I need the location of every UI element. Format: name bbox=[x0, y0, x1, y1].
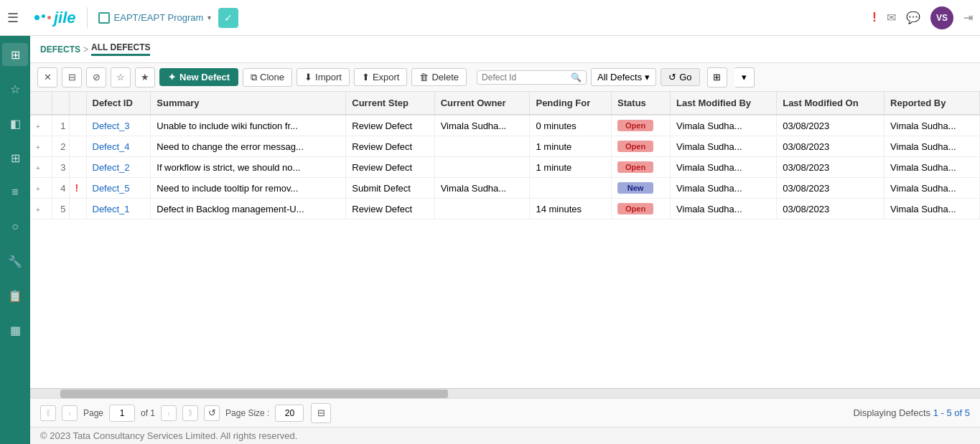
table-row: + 4 ! Defect_5 Need to include tooltip f… bbox=[30, 178, 980, 199]
row-last-modified-by: Vimala Sudha... bbox=[671, 136, 777, 157]
horizontal-scrollbar[interactable] bbox=[30, 388, 980, 398]
row-expand-cell[interactable]: + bbox=[30, 178, 52, 199]
clear-filter-btn[interactable]: ✕ bbox=[37, 67, 57, 88]
top-header: ☰ jile EAPT/EAPT Program ▾ ✓ ! ✉ 💬 VS ⇥ bbox=[0, 0, 980, 36]
alert-icon[interactable]: ! bbox=[872, 10, 877, 25]
breadcrumb-current[interactable]: ALL DEFECTS bbox=[91, 42, 150, 56]
col-summary[interactable]: Summary bbox=[151, 92, 346, 115]
program-selector[interactable]: EAPT/EAPT Program ▾ bbox=[98, 12, 212, 24]
sidebar-wrench-icon[interactable]: 🔧 bbox=[2, 250, 28, 273]
row-pending-for: 1 minute bbox=[530, 136, 612, 157]
new-defect-button[interactable]: ✦ New Defect bbox=[159, 68, 238, 86]
checkmark-button[interactable]: ✓ bbox=[218, 8, 238, 28]
logout-icon[interactable]: ⇥ bbox=[963, 11, 973, 24]
col-last-modified-on[interactable]: Last Modified On bbox=[777, 92, 885, 115]
col-current-step[interactable]: Current Step bbox=[346, 92, 434, 115]
row-summary: Need to change the error messag... bbox=[151, 136, 346, 157]
pagination-range[interactable]: 1 - 5 of 5 bbox=[933, 407, 970, 418]
export-label: Export bbox=[373, 72, 400, 82]
row-defect-id[interactable]: Defect_3 bbox=[86, 115, 151, 136]
col-last-modified-by[interactable]: Last Modified By bbox=[671, 92, 777, 115]
notification-icon[interactable]: ✉ bbox=[887, 11, 896, 24]
defect-link[interactable]: Defect_1 bbox=[93, 204, 130, 214]
filter-btn[interactable]: ⊟ bbox=[62, 67, 82, 88]
table-body: + 1 Defect_3 Unable to include wiki func… bbox=[30, 115, 980, 219]
go-button[interactable]: ↺ Go bbox=[661, 68, 699, 86]
program-chevron: ▾ bbox=[207, 14, 211, 22]
copyright-text: © 2023 Tata Consultancy Services Limited… bbox=[40, 430, 297, 441]
row-expand-cell[interactable]: + bbox=[30, 115, 52, 136]
row-expand-cell[interactable]: + bbox=[30, 157, 52, 178]
row-defect-id[interactable]: Defect_2 bbox=[86, 157, 151, 178]
expand-icon[interactable]: + bbox=[36, 123, 40, 131]
new-defect-icon: ✦ bbox=[168, 72, 176, 82]
col-defect-id[interactable]: Defect ID bbox=[86, 92, 151, 115]
grid-view-button[interactable]: ⊞ bbox=[707, 67, 727, 88]
defect-link[interactable]: Defect_4 bbox=[93, 141, 130, 152]
defect-link[interactable]: Defect_5 bbox=[93, 183, 130, 194]
page-input[interactable] bbox=[109, 405, 135, 422]
delete-button[interactable]: 🗑 Delete bbox=[411, 68, 467, 86]
new-defect-label: New Defect bbox=[179, 72, 230, 82]
defect-link[interactable]: Defect_3 bbox=[93, 121, 130, 131]
defect-link[interactable]: Defect_2 bbox=[93, 162, 130, 173]
priority-icon: ! bbox=[75, 182, 79, 194]
sidebar-star-icon[interactable]: ☆ bbox=[2, 77, 28, 100]
pagination-display-info: Displaying Defects 1 - 5 of 5 bbox=[853, 407, 970, 418]
row-expand-cell[interactable]: + bbox=[30, 199, 52, 219]
expand-icon[interactable]: + bbox=[36, 206, 40, 214]
row-expand-cell[interactable]: + bbox=[30, 136, 52, 157]
clone-button[interactable]: ⧉ Clone bbox=[243, 68, 292, 87]
pagination-bar: ⟪ ‹ Page of 1 › ⟫ ↺ Page Size : ⊟ Displa… bbox=[30, 398, 980, 427]
sidebar-search-icon[interactable]: ○ bbox=[2, 215, 28, 238]
row-reported-by: Vimala Sudha... bbox=[885, 136, 980, 157]
breadcrumb-parent[interactable]: DEFECTS bbox=[40, 44, 80, 55]
star-btn[interactable]: ☆ bbox=[111, 67, 131, 88]
expand-icon[interactable]: + bbox=[36, 185, 40, 193]
sidebar-home-icon[interactable]: ⊞ bbox=[2, 43, 28, 66]
expand-icon[interactable]: + bbox=[36, 143, 40, 151]
first-page-button[interactable]: ⟪ bbox=[40, 405, 56, 421]
col-reported-by[interactable]: Reported By bbox=[885, 92, 980, 115]
filter-page-btn[interactable]: ⊟ bbox=[311, 403, 331, 423]
sidebar-grid-icon[interactable]: ⊞ bbox=[2, 146, 28, 169]
row-current-step: Review Defect bbox=[346, 115, 434, 136]
sidebar-chart-icon[interactable]: ▦ bbox=[2, 318, 28, 341]
export-button[interactable]: ⬆ Export bbox=[354, 68, 408, 86]
advanced-filter-btn[interactable]: ⊘ bbox=[86, 67, 106, 88]
prev-page-button[interactable]: ‹ bbox=[62, 405, 78, 421]
row-priority-cell bbox=[69, 136, 86, 157]
col-current-owner[interactable]: Current Owner bbox=[434, 92, 530, 115]
page-size-input[interactable] bbox=[275, 405, 304, 422]
row-reported-by: Vimala Sudha... bbox=[885, 199, 980, 219]
import-button[interactable]: ⬇ Import bbox=[297, 68, 350, 86]
row-last-modified-by: Vimala Sudha... bbox=[671, 199, 777, 219]
scroll-thumb[interactable] bbox=[60, 389, 448, 398]
fav-btn[interactable]: ★ bbox=[135, 67, 155, 88]
breadcrumb-separator: > bbox=[83, 44, 88, 55]
chat-icon[interactable]: 💬 bbox=[906, 11, 920, 24]
col-status[interactable]: Status bbox=[612, 92, 671, 115]
sidebar-doc-icon[interactable]: 📋 bbox=[2, 284, 28, 307]
of-label: of 1 bbox=[141, 408, 155, 418]
col-pending-for[interactable]: Pending For bbox=[530, 92, 612, 115]
next-page-button[interactable]: › bbox=[161, 405, 177, 421]
page-size-label: Page Size : bbox=[225, 408, 269, 418]
row-defect-id[interactable]: Defect_1 bbox=[86, 199, 151, 219]
more-options-button[interactable]: ▾ bbox=[734, 67, 755, 88]
search-input[interactable] bbox=[482, 72, 568, 82]
last-page-button[interactable]: ⟫ bbox=[182, 405, 198, 421]
expand-icon[interactable]: + bbox=[36, 164, 40, 172]
avatar[interactable]: VS bbox=[930, 6, 953, 29]
refresh-button[interactable]: ↺ bbox=[204, 405, 220, 421]
hamburger-button[interactable]: ☰ bbox=[7, 10, 27, 26]
filter-dropdown-arrow: ▾ bbox=[645, 72, 650, 82]
sidebar-layers-icon[interactable]: ≡ bbox=[2, 181, 28, 204]
row-defect-id[interactable]: Defect_4 bbox=[86, 136, 151, 157]
filter-dropdown[interactable]: All Defects ▾ bbox=[591, 68, 656, 86]
row-last-modified-by: Vimala Sudha... bbox=[671, 115, 777, 136]
sidebar-panel-icon[interactable]: ◧ bbox=[2, 112, 28, 135]
header-divider bbox=[87, 7, 88, 29]
row-defect-id[interactable]: Defect_5 bbox=[86, 178, 151, 199]
logo-text: jile bbox=[54, 9, 76, 27]
